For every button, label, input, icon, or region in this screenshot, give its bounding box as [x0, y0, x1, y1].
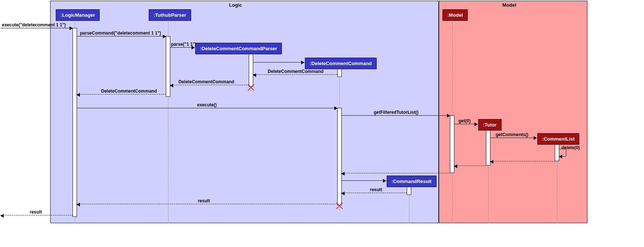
arrow-create-commandresult — [342, 180, 386, 181]
label-execute-deletecomment: execute("deletecomment 1 1") — [2, 22, 66, 28]
arrow-return-result1 — [342, 193, 407, 193]
activation-logic-manager — [73, 28, 77, 217]
label-return-dcc2: DeleteCommentCommand — [178, 79, 234, 84]
lifeline-comment-list: :CommentList — [537, 133, 579, 145]
label-delete0: delete(0) — [561, 145, 580, 150]
arrow-get0 — [454, 124, 477, 124]
region-model: Model — [439, 1, 587, 223]
activation-dcc-exec — [337, 108, 342, 205]
lifeline-command-result: :CommandResult — [387, 176, 437, 187]
region-logic-label: Logic — [229, 2, 242, 8]
arrow-getfilteredtutorlist — [342, 115, 450, 116]
arrow-return-model — [342, 173, 450, 173]
arrow-create-dcc — [253, 62, 304, 62]
label-return-result1: result — [370, 187, 382, 192]
lifeline-dcc: :DeleteCommentCommand — [305, 58, 377, 69]
arrow-return-dcc3 — [77, 94, 166, 94]
activation-dcc-create — [337, 69, 342, 77]
lifeline-tutor: :Tutor — [478, 119, 502, 131]
sequence-diagram: Logic Model :LogicManager :TuthubParser … — [0, 0, 644, 247]
arrow-parsecommand — [77, 36, 166, 36]
lifeline-logic-manager: :LogicManager — [56, 9, 100, 21]
region-model-label: Model — [502, 2, 516, 8]
label-get0: get(0) — [458, 118, 471, 124]
arrow-parse — [170, 47, 194, 48]
arrow-return-tutor — [454, 166, 486, 166]
label-execute-dcc: execute() — [197, 102, 217, 108]
selfcall-delete-bottom — [559, 156, 566, 157]
arrow-getcomments — [490, 138, 537, 138]
label-return-result3: result — [30, 209, 42, 215]
activation-dcc-parser — [249, 54, 253, 87]
label-return-result2: result — [198, 198, 210, 203]
arrow-return-dcc2 — [170, 85, 249, 85]
lifeline-tuthub-parser: :TuthubParser — [149, 9, 191, 21]
lifeline-model: :Model — [442, 9, 468, 21]
arrow-return-commentlist — [490, 161, 555, 161]
label-parse: parse("1 1") — [171, 42, 196, 47]
arrow-return-dcc1 — [253, 74, 337, 75]
label-getcomments: getComments() — [496, 132, 528, 137]
arrow-return-result2 — [77, 204, 337, 204]
arrow-execute-deletecomment — [1, 28, 73, 28]
activation-tuthub-parser — [166, 36, 170, 97]
arrow-execute-dcc — [77, 108, 337, 108]
lifeline-dcc-parser: :DeleteCommentCommandParser — [195, 43, 282, 54]
label-return-dcc1: DeleteCommentCommand — [268, 69, 323, 74]
label-parsecommand: parseCommand("deletecomment 1 1") — [80, 31, 161, 36]
activation-command-result — [407, 187, 411, 195]
label-return-dcc3: DeleteCommentCommand — [101, 89, 157, 94]
activation-comment-list — [555, 144, 559, 161]
arrow-return-result3 — [1, 215, 73, 215]
label-getfilteredtutorlist: getFilteredTutorList() — [374, 110, 418, 115]
